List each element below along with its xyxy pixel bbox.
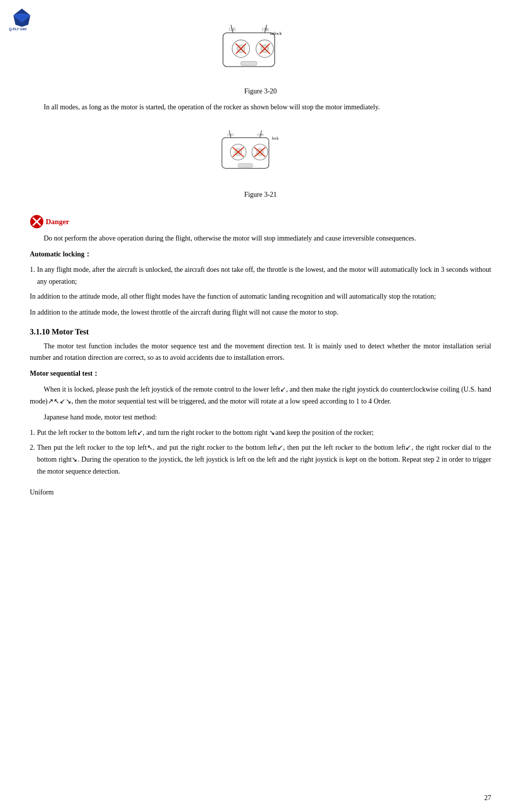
motor-seq-step-1: 1. Put the left rocker to the bottom lef… bbox=[30, 427, 491, 439]
uniform-text: Uniform bbox=[30, 487, 491, 498]
svg-rect-17 bbox=[241, 62, 257, 66]
figure-20-image: CH5 CH6 unlock bbox=[211, 19, 310, 83]
figure-21-container: CH5 CH6 lock Figure 3-21 bbox=[30, 122, 491, 199]
svg-text:CH5: CH5 bbox=[227, 133, 233, 136]
motor-test-intro: The motor test function includes the mot… bbox=[30, 340, 491, 364]
auto-lock-item-1: 1. In any flight mode, after the aircraf… bbox=[30, 264, 491, 288]
svg-rect-32 bbox=[238, 163, 252, 167]
section-heading-motor-test: 3.1.10 Motor Test bbox=[30, 327, 491, 336]
danger-label: Danger bbox=[46, 216, 70, 229]
svg-text:CH6: CH6 bbox=[262, 28, 269, 32]
intro-stop-text: In all modes, as long as the motor is st… bbox=[30, 101, 491, 113]
svg-text:lock: lock bbox=[272, 136, 279, 140]
figure-20-caption: Figure 3-20 bbox=[244, 87, 277, 95]
figure-20-container: CH5 CH6 unlock Figure 3- bbox=[30, 19, 491, 95]
motor-seq-heading: Motor sequential test： bbox=[30, 368, 491, 380]
svg-text:CH5: CH5 bbox=[229, 28, 236, 32]
svg-text:unlock: unlock bbox=[270, 31, 282, 36]
danger-icon bbox=[30, 215, 44, 229]
auto-lock-item-3: In addition to the attitude mode, the lo… bbox=[30, 307, 491, 319]
page-number: 27 bbox=[484, 794, 491, 802]
motor-seq-step-2: 2. Then put the left rocker to the top l… bbox=[30, 442, 491, 477]
danger-block: Danger bbox=[30, 216, 491, 229]
motor-seq-japanese: Japanese hand mode, motor test method: bbox=[30, 411, 491, 423]
logo: Q-FLY UAV bbox=[7, 7, 37, 32]
figure-21-image: CH5 CH6 lock bbox=[211, 122, 310, 187]
motor-seq-desc-1: When it is locked, please push the left … bbox=[30, 384, 491, 407]
danger-description: Do not perform the above operation durin… bbox=[30, 233, 491, 244]
auto-lock-item-2: In addition to the attitude mode, all ot… bbox=[30, 291, 491, 303]
figure-21-caption: Figure 3-21 bbox=[244, 191, 277, 199]
svg-text:CH6: CH6 bbox=[257, 133, 264, 136]
auto-lock-heading: Automatic locking： bbox=[30, 248, 491, 260]
svg-text:Q-FLY  UAV: Q-FLY UAV bbox=[9, 27, 27, 31]
